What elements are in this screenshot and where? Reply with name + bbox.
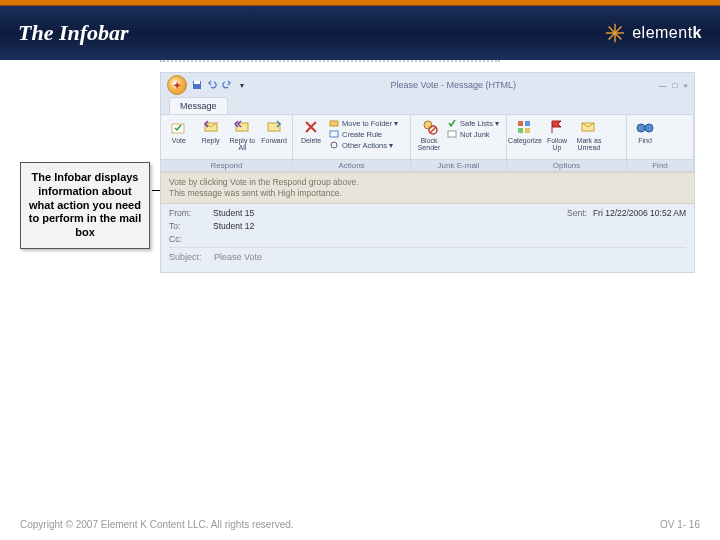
mark-unread-button[interactable]: Mark as Unread [575, 118, 603, 151]
flag-icon [547, 118, 567, 136]
svg-rect-10 [330, 121, 338, 126]
to-label: To: [169, 221, 213, 231]
cc-label: Cc: [169, 234, 213, 244]
reply-icon [201, 118, 221, 136]
svg-point-13 [424, 121, 432, 129]
reply-all-button[interactable]: Reply to All [229, 118, 257, 151]
tab-message[interactable]: Message [169, 97, 228, 114]
subject-value: Please Vote [214, 252, 262, 262]
infobar[interactable]: Vote by clicking Vote in the Respond gro… [161, 172, 694, 204]
rule-icon [329, 129, 339, 139]
window-titlebar: ✦ ▾ Please Vote - Message (HTML) — □ × [161, 73, 694, 97]
undo-icon[interactable] [206, 79, 218, 91]
to-value: Student 12 [213, 221, 254, 231]
outlook-message-window: ✦ ▾ Please Vote - Message (HTML) — □ × [160, 72, 695, 273]
move-to-folder-button[interactable]: Move to Folder ▾ [329, 118, 398, 128]
folder-icon [329, 118, 339, 128]
gear-icon [329, 140, 339, 150]
close-button[interactable]: × [683, 81, 688, 90]
infobar-line2: This message was sent with High importan… [169, 188, 686, 199]
svg-point-23 [645, 124, 653, 132]
ribbon-tabs: Message [161, 97, 694, 114]
qat-dropdown-icon[interactable]: ▾ [236, 79, 248, 91]
svg-rect-9 [268, 123, 280, 131]
callout-box: The Infobar displays information about w… [20, 162, 150, 249]
ribbon-group-find: Find Find [627, 115, 694, 171]
svg-rect-16 [448, 131, 456, 137]
window-controls: — □ × [658, 81, 688, 90]
group-label-options: Options [507, 159, 626, 171]
svg-point-22 [637, 124, 645, 132]
sent-label: Sent: [567, 208, 587, 218]
group-label-respond: Respond [161, 159, 292, 171]
binoculars-icon [635, 118, 655, 136]
maximize-button[interactable]: □ [672, 81, 677, 90]
from-value: Student 15 [213, 208, 254, 218]
ribbon: Vote Reply Reply to All Forward Respond … [161, 114, 694, 172]
brand-name: elementk [632, 24, 702, 42]
infobar-line1: Vote by clicking Vote in the Respond gro… [169, 177, 686, 188]
ribbon-group-junk: Block Sender Safe Lists ▾ Not Junk Junk … [411, 115, 507, 171]
other-actions-button[interactable]: Other Actions ▾ [329, 140, 398, 150]
window-title: Please Vote - Message (HTML) [248, 80, 658, 90]
header-divider [169, 247, 686, 248]
categorize-button[interactable]: Categorize [511, 118, 539, 144]
office-button[interactable]: ✦ [167, 75, 187, 95]
minimize-button[interactable]: — [658, 81, 666, 90]
svg-rect-5 [194, 81, 200, 84]
save-icon[interactable] [191, 79, 203, 91]
delete-button[interactable]: Delete [297, 118, 325, 144]
subject-label: Subject: [169, 252, 202, 262]
delete-icon [301, 118, 321, 136]
svg-rect-18 [525, 121, 530, 126]
redo-icon[interactable] [221, 79, 233, 91]
safe-lists-button[interactable]: Safe Lists ▾ [447, 118, 499, 128]
ribbon-group-options: Categorize Follow Up Mark as Unread Opti… [507, 115, 627, 171]
svg-point-12 [331, 142, 337, 148]
vote-button[interactable]: Vote [165, 118, 193, 144]
elementk-logo-icon [604, 22, 626, 44]
not-junk-button[interactable]: Not Junk [447, 129, 499, 139]
ribbon-group-actions: Delete Move to Folder ▾ Create Rule Othe… [293, 115, 411, 171]
message-headers: From: Student 15 Sent: Fri 12/22/2006 10… [161, 204, 694, 272]
safe-icon [447, 118, 457, 128]
group-label-actions: Actions [293, 159, 410, 171]
copyright: Copyright © 2007 Element K Content LLC. … [20, 519, 294, 530]
group-label-junk: Junk E-mail [411, 159, 506, 171]
envelope-icon [447, 129, 457, 139]
find-button[interactable]: Find [631, 118, 659, 144]
forward-icon [264, 118, 284, 136]
title-bar: The Infobar elementk [0, 6, 720, 60]
follow-up-button[interactable]: Follow Up [543, 118, 571, 151]
categorize-icon [515, 118, 535, 136]
svg-rect-20 [525, 128, 530, 133]
slide-footer: Copyright © 2007 Element K Content LLC. … [20, 519, 700, 530]
create-rule-button[interactable]: Create Rule [329, 129, 398, 139]
forward-button[interactable]: Forward [260, 118, 288, 144]
group-label-find: Find [627, 159, 693, 171]
svg-rect-17 [518, 121, 523, 126]
block-sender-icon [419, 118, 439, 136]
vote-icon [169, 118, 189, 136]
from-label: From: [169, 208, 213, 218]
mark-unread-icon [579, 118, 599, 136]
block-sender-button[interactable]: Block Sender [415, 118, 443, 151]
svg-rect-11 [330, 131, 338, 137]
reply-all-icon [232, 118, 252, 136]
ribbon-group-respond: Vote Reply Reply to All Forward Respond [161, 115, 293, 171]
brand: elementk [604, 22, 702, 44]
quick-access-toolbar: ▾ [191, 79, 248, 91]
slide-title: The Infobar [18, 20, 129, 46]
sent-value: Fri 12/22/2006 10:52 AM [593, 208, 686, 218]
svg-rect-19 [518, 128, 523, 133]
slide-number: OV 1- 16 [660, 519, 700, 530]
reply-button[interactable]: Reply [197, 118, 225, 144]
